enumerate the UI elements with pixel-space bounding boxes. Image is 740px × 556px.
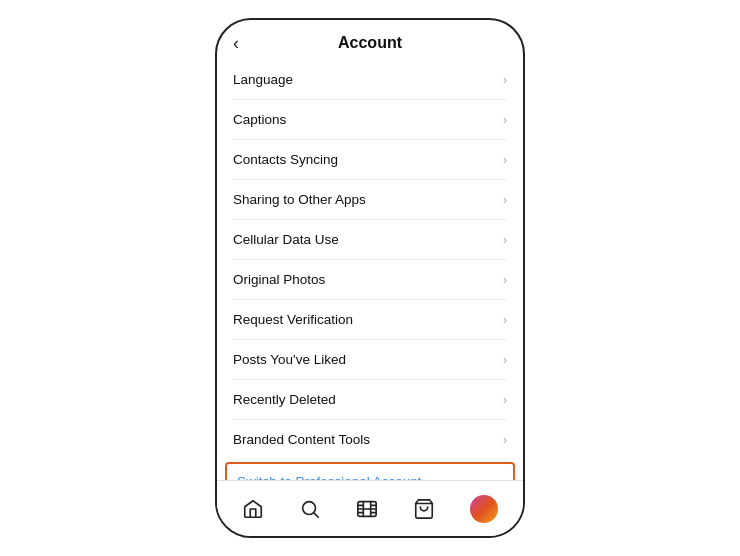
chevron-right-icon: › (503, 272, 507, 287)
chevron-right-icon: › (503, 112, 507, 127)
menu-item-cellular-data[interactable]: Cellular Data Use › (217, 220, 523, 259)
menu-item-captions[interactable]: Captions › (217, 100, 523, 139)
screen: ‹ Account Language › Captions › Contacts… (217, 20, 523, 536)
menu-item-label: Contacts Syncing (233, 152, 338, 167)
menu-item-branded-content[interactable]: Branded Content Tools › (217, 420, 523, 459)
chevron-right-icon: › (503, 352, 507, 367)
menu-item-posts-liked[interactable]: Posts You've Liked › (217, 340, 523, 379)
menu-list: Language › Captions › Contacts Syncing ›… (217, 60, 523, 480)
menu-item-label: Recently Deleted (233, 392, 336, 407)
chevron-right-icon: › (503, 232, 507, 247)
menu-item-language[interactable]: Language › (217, 60, 523, 99)
menu-item-label: Branded Content Tools (233, 432, 370, 447)
chevron-right-icon: › (503, 152, 507, 167)
chevron-right-icon: › (503, 432, 507, 447)
chevron-right-icon: › (503, 312, 507, 327)
menu-item-label: Cellular Data Use (233, 232, 339, 247)
chevron-right-icon: › (503, 392, 507, 407)
menu-item-request-verification[interactable]: Request Verification › (217, 300, 523, 339)
menu-item-contacts-syncing[interactable]: Contacts Syncing › (217, 140, 523, 179)
back-button[interactable]: ‹ (233, 33, 239, 54)
nav-home-button[interactable] (242, 498, 264, 520)
bottom-nav (217, 480, 523, 536)
nav-search-button[interactable] (299, 498, 321, 520)
chevron-right-icon: › (503, 192, 507, 207)
menu-item-label: Posts You've Liked (233, 352, 346, 367)
menu-item-original-photos[interactable]: Original Photos › (217, 260, 523, 299)
nav-profile-button[interactable] (470, 495, 498, 523)
menu-item-label: Language (233, 72, 293, 87)
menu-item-label: Sharing to Other Apps (233, 192, 366, 207)
menu-item-label: Captions (233, 112, 286, 127)
svg-line-1 (314, 513, 318, 517)
switch-professional-account-button[interactable]: Switch to Professional Account (225, 462, 515, 480)
phone-frame: ‹ Account Language › Captions › Contacts… (215, 18, 525, 538)
chevron-right-icon: › (503, 72, 507, 87)
menu-item-recently-deleted[interactable]: Recently Deleted › (217, 380, 523, 419)
menu-item-sharing-other-apps[interactable]: Sharing to Other Apps › (217, 180, 523, 219)
header: ‹ Account (217, 20, 523, 60)
menu-item-label: Original Photos (233, 272, 325, 287)
header-title: Account (338, 34, 402, 52)
nav-shop-button[interactable] (413, 498, 435, 520)
nav-reels-button[interactable] (356, 498, 378, 520)
menu-item-label: Request Verification (233, 312, 353, 327)
